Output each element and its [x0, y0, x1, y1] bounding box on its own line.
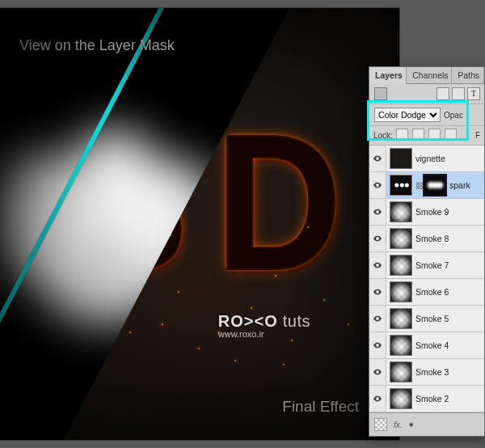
- eye-icon: [373, 260, 382, 270]
- link-mask-icon[interactable]: ⛓: [415, 181, 424, 190]
- visibility-toggle[interactable]: [369, 386, 386, 412]
- blend-mode-select[interactable]: Color Dodge: [374, 108, 441, 122]
- eye-icon: [373, 154, 382, 163]
- visibility-toggle[interactable]: [369, 306, 386, 332]
- filter-type-icons: T: [436, 87, 480, 100]
- visibility-toggle[interactable]: [369, 172, 386, 198]
- layer-row[interactable]: vignette: [369, 146, 484, 172]
- lock-transparency-icon[interactable]: [396, 129, 408, 141]
- layer-style-icon[interactable]: ●: [409, 419, 420, 430]
- panel-tabs: Layers Channels Paths: [369, 67, 484, 84]
- visibility-toggle[interactable]: [369, 252, 386, 278]
- filter-adjustment-icon[interactable]: [452, 87, 465, 100]
- layer-row[interactable]: Smoke 4: [369, 332, 484, 359]
- layer-thumbnail[interactable]: [390, 281, 412, 302]
- layer-thumbnail[interactable]: [390, 175, 412, 196]
- layer-name[interactable]: Smoke 7: [415, 260, 449, 270]
- layer-row[interactable]: Smoke 2: [369, 386, 484, 412]
- layer-thumbnail[interactable]: [390, 228, 412, 249]
- lock-position-icon[interactable]: [428, 129, 441, 141]
- link-layers-icon[interactable]: [374, 418, 387, 431]
- layer-row[interactable]: Smoke 8: [369, 226, 484, 252]
- fill-label: F: [475, 131, 480, 140]
- caption-mask-view: View on the Layer Mask: [19, 37, 175, 54]
- eye-icon: [373, 367, 382, 377]
- layer-name[interactable]: Smoke 4: [415, 340, 449, 350]
- visibility-toggle[interactable]: [369, 332, 386, 358]
- layer-thumbnail[interactable]: [390, 361, 412, 382]
- eye-icon: [373, 394, 382, 404]
- artwork-canvas: S D View on the Layer Mask Final Effect: [0, 8, 399, 440]
- layer-name[interactable]: Smoke 6: [415, 287, 449, 297]
- panel-footer: fx. ●: [369, 412, 484, 436]
- layer-name[interactable]: Smoke 3: [415, 367, 449, 377]
- visibility-toggle[interactable]: [369, 226, 386, 251]
- eye-icon: [373, 314, 382, 323]
- lock-pixels-icon[interactable]: [412, 129, 424, 141]
- eye-icon: [373, 207, 382, 217]
- eye-icon: [373, 340, 382, 350]
- layers-panel: Layers Channels Paths T Color Dodge Opac…: [369, 66, 485, 437]
- visibility-toggle[interactable]: [369, 359, 386, 385]
- layer-thumbnail[interactable]: [390, 255, 412, 276]
- visibility-toggle[interactable]: [369, 199, 386, 225]
- filter-pixel-icon[interactable]: [436, 87, 449, 100]
- opacity-label: Opac: [444, 111, 463, 120]
- layer-name[interactable]: Smoke 5: [415, 314, 449, 323]
- layer-row[interactable]: Smoke 7: [369, 252, 484, 279]
- lock-label: Lock:: [373, 131, 393, 140]
- layer-thumbnail[interactable]: [390, 201, 412, 222]
- layer-name[interactable]: Smoke 8: [415, 234, 449, 243]
- layer-row[interactable]: Smoke 6: [369, 279, 484, 306]
- layer-name[interactable]: Smoke 9: [415, 207, 449, 217]
- tutorial-image: S D View on the Layer Mask Final Effect: [0, 0, 485, 448]
- eye-icon: [373, 180, 382, 190]
- brand-suffix: tuts: [283, 312, 310, 330]
- layer-thumbnail[interactable]: [390, 335, 412, 356]
- brand-name: RO><O: [218, 312, 278, 330]
- eye-icon: [373, 287, 382, 297]
- layer-thumbnail[interactable]: [390, 148, 412, 169]
- blend-opacity-row: Color Dodge Opac: [369, 104, 484, 126]
- layer-row[interactable]: Smoke 9: [369, 199, 484, 226]
- layer-row[interactable]: ⛓ spark: [369, 172, 484, 199]
- tab-layers[interactable]: Layers: [369, 67, 407, 84]
- visibility-toggle[interactable]: [369, 146, 386, 171]
- fx-icon[interactable]: fx.: [394, 421, 403, 429]
- visibility-toggle[interactable]: [369, 279, 386, 305]
- lock-row: Lock: F: [369, 126, 484, 146]
- caption-final-effect: Final Effect: [282, 398, 359, 416]
- layer-list: vignette ⛓ spark Smoke 9 Smoke 8: [369, 146, 484, 412]
- filter-type-icon[interactable]: T: [467, 87, 480, 100]
- layer-mask-thumbnail[interactable]: [424, 175, 446, 196]
- layer-thumbnail[interactable]: [390, 388, 412, 409]
- layer-name[interactable]: Smoke 2: [415, 394, 449, 404]
- layer-row[interactable]: Smoke 3: [369, 359, 484, 386]
- tab-channels[interactable]: Channels: [407, 67, 452, 83]
- layer-name[interactable]: vignette: [415, 154, 445, 163]
- brand-watermark: RO><O tuts www.roxo.ir: [218, 312, 310, 339]
- layer-row[interactable]: Smoke 5: [369, 306, 484, 332]
- eye-icon: [373, 234, 382, 243]
- tab-paths[interactable]: Paths: [452, 67, 484, 83]
- filter-row: T: [369, 84, 484, 104]
- brand-url: www.roxo.ir: [218, 329, 310, 339]
- filter-kind[interactable]: [374, 87, 387, 100]
- lock-all-icon[interactable]: [445, 129, 457, 141]
- layer-thumbnail[interactable]: [390, 308, 412, 329]
- layer-name[interactable]: spark: [449, 180, 470, 190]
